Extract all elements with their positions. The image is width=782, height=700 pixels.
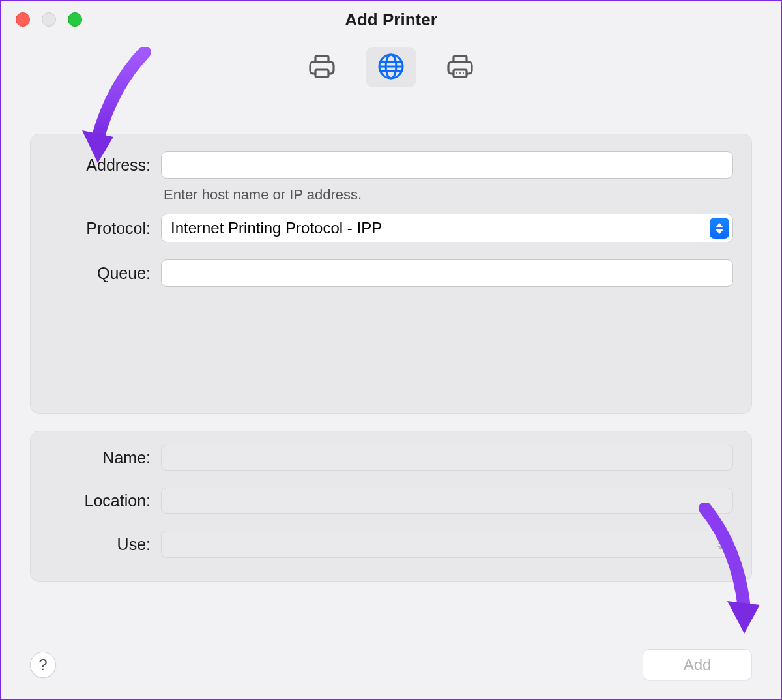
svg-point-10 — [463, 72, 464, 73]
window-title: Add Printer — [1, 10, 781, 30]
window-close-button[interactable] — [16, 12, 30, 27]
window-zoom-button[interactable] — [68, 12, 82, 27]
connection-panel: Address: Enter host name or IP address. … — [30, 134, 752, 414]
queue-input[interactable] — [161, 259, 733, 287]
window-minimize-button[interactable] — [42, 12, 56, 27]
svg-marker-12 — [727, 601, 760, 634]
address-input[interactable] — [161, 151, 733, 179]
protocol-label: Protocol: — [45, 219, 161, 238]
add-button[interactable]: Add — [643, 649, 752, 680]
svg-rect-1 — [315, 56, 328, 62]
printer-advanced-icon — [446, 53, 474, 81]
chevron-up-down-icon — [710, 218, 729, 239]
use-label: Use: — [45, 535, 161, 554]
queue-label: Queue: — [45, 264, 161, 283]
svg-rect-2 — [315, 70, 328, 77]
location-label: Location: — [45, 491, 161, 510]
help-button[interactable]: ? — [30, 652, 56, 678]
name-label: Name: — [45, 448, 161, 467]
printer-icon — [308, 53, 336, 81]
address-label: Address: — [45, 156, 161, 175]
add-printer-tabs — [1, 38, 781, 102]
tab-default-printer[interactable] — [297, 47, 347, 87]
location-input — [161, 488, 733, 514]
protocol-value[interactable] — [161, 214, 733, 242]
details-panel: Name: Location: Use: — [30, 431, 752, 582]
use-select — [161, 531, 733, 558]
chevron-up-down-icon — [716, 536, 726, 553]
address-hint: Enter host name or IP address. — [161, 184, 362, 203]
svg-point-8 — [456, 72, 457, 73]
svg-rect-6 — [454, 56, 467, 62]
svg-point-9 — [459, 72, 461, 73]
protocol-select[interactable] — [161, 214, 733, 242]
tab-windows-printer[interactable] — [435, 47, 485, 87]
globe-icon — [377, 52, 405, 83]
tab-ip-printer[interactable] — [366, 47, 416, 87]
name-input — [161, 445, 733, 471]
